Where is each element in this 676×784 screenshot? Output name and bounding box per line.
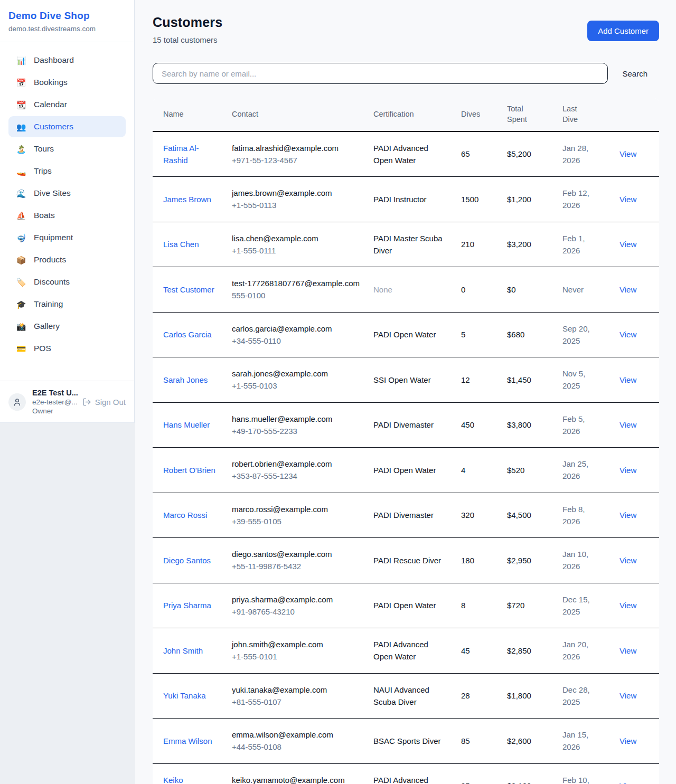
view-link[interactable]: View bbox=[619, 330, 636, 339]
customer-name-link[interactable]: Keiko Yamamoto bbox=[163, 776, 201, 784]
table-header-row: Name Contact Certification Dives Total S… bbox=[153, 98, 659, 131]
certification: None bbox=[373, 285, 392, 294]
sidebar-item-tours[interactable]: 🏝️ Tours bbox=[8, 138, 126, 159]
last-dive-date: Nov 5, 2025 bbox=[562, 367, 604, 392]
customer-name-link[interactable]: Yuki Tanaka bbox=[163, 691, 206, 700]
table-row: James Brown james.brown@example.com +1-5… bbox=[153, 177, 659, 222]
customer-name-link[interactable]: Sarah Jones bbox=[163, 375, 208, 384]
view-link[interactable]: View bbox=[619, 420, 636, 429]
customer-name-link[interactable]: Lisa Chen bbox=[163, 240, 199, 249]
dives-count: 320 bbox=[461, 493, 507, 538]
customer-email: fatima.alrashid@example.com bbox=[232, 142, 361, 154]
dives-count: 85 bbox=[461, 719, 507, 764]
customer-email: james.brown@example.com bbox=[232, 187, 361, 199]
total-spent: $680 bbox=[507, 312, 562, 357]
equipment-icon: 🤿 bbox=[16, 234, 26, 242]
dives-count: 0 bbox=[461, 267, 507, 313]
customer-name-link[interactable]: Diego Santos bbox=[163, 556, 211, 565]
add-customer-button[interactable]: Add Customer bbox=[587, 21, 659, 41]
calendar-icon: 📆 bbox=[16, 101, 26, 109]
customer-phone: +1-555-0111 bbox=[232, 244, 361, 257]
table-row: Yuki Tanaka yuki.tanaka@example.com +81-… bbox=[153, 673, 659, 719]
view-link[interactable]: View bbox=[619, 375, 636, 384]
customers-table: Name Contact Certification Dives Total S… bbox=[153, 98, 659, 784]
view-link[interactable]: View bbox=[619, 285, 636, 294]
sidebar-item-label: Boats bbox=[34, 211, 55, 220]
customer-name-link[interactable]: Test Customer bbox=[163, 285, 214, 294]
sidebar-item-label: Products bbox=[34, 255, 66, 265]
sidebar-item-discounts[interactable]: 🏷️ Discounts bbox=[8, 271, 126, 292]
customer-name-link[interactable]: Fatima Al-Rashid bbox=[163, 144, 199, 165]
sidebar-item-customers[interactable]: 👥 Customers bbox=[8, 116, 126, 137]
table-row: Diego Santos diego.santos@example.com +5… bbox=[153, 538, 659, 583]
tours-icon: 🏝️ bbox=[16, 145, 26, 153]
search-button[interactable]: Search bbox=[608, 69, 659, 78]
sidebar-item-bookings[interactable]: 📅 Bookings bbox=[8, 72, 126, 93]
view-link[interactable]: View bbox=[619, 556, 636, 565]
last-dive-date: Feb 1, 2026 bbox=[562, 232, 604, 257]
sidebar-item-training[interactable]: 🎓 Training bbox=[8, 294, 126, 315]
customer-name-link[interactable]: Marco Rossi bbox=[163, 511, 207, 519]
customer-name-link[interactable]: Priya Sharma bbox=[163, 601, 211, 610]
customer-name-link[interactable]: James Brown bbox=[163, 195, 211, 204]
sidebar-item-label: Dashboard bbox=[34, 55, 74, 65]
view-link[interactable]: View bbox=[619, 149, 636, 158]
customer-name-link[interactable]: John Smith bbox=[163, 646, 203, 655]
col-header-contact: Contact bbox=[232, 98, 373, 131]
shop-title[interactable]: Demo Dive Shop bbox=[8, 10, 126, 22]
view-link[interactable]: View bbox=[619, 691, 636, 700]
sidebar-item-label: Tours bbox=[34, 144, 54, 154]
customer-name-link[interactable]: Hans Mueller bbox=[163, 420, 210, 429]
customer-name-link[interactable]: Carlos Garcia bbox=[163, 330, 212, 339]
certification: PADI Instructor bbox=[373, 195, 427, 204]
sidebar-item-products[interactable]: 📦 Products bbox=[8, 249, 126, 270]
sidebar-item-trips[interactable]: 🚤 Trips bbox=[8, 160, 126, 182]
sign-out-button[interactable]: Sign Out bbox=[82, 398, 126, 407]
customer-name-link[interactable]: Robert O'Brien bbox=[163, 466, 215, 475]
sidebar-item-dive-sites[interactable]: 🌊 Dive Sites bbox=[8, 183, 126, 204]
view-link[interactable]: View bbox=[619, 781, 636, 784]
sidebar-item-gallery[interactable]: 📸 Gallery bbox=[8, 316, 126, 337]
training-icon: 🎓 bbox=[16, 300, 26, 308]
customer-count: 15 total customers bbox=[153, 35, 222, 44]
customer-email: diego.santos@example.com bbox=[232, 548, 361, 560]
view-link[interactable]: View bbox=[619, 736, 636, 745]
customer-email: sarah.jones@example.com bbox=[232, 367, 361, 380]
total-spent: $1,450 bbox=[507, 357, 562, 403]
customer-phone: +81-555-0107 bbox=[232, 696, 361, 708]
customer-email: keiko.yamamoto@example.com bbox=[232, 774, 361, 784]
sidebar-item-label: POS bbox=[34, 344, 51, 353]
table-row: Lisa Chen lisa.chen@example.com +1-555-0… bbox=[153, 222, 659, 267]
customer-email: carlos.garcia@example.com bbox=[232, 323, 361, 335]
customer-phone: +49-170-555-2233 bbox=[232, 425, 361, 437]
view-link[interactable]: View bbox=[619, 240, 636, 249]
dashboard-icon: 📊 bbox=[16, 56, 26, 64]
customer-phone: +44-555-0108 bbox=[232, 741, 361, 753]
sidebar-item-equipment[interactable]: 🤿 Equipment bbox=[8, 227, 126, 248]
view-link[interactable]: View bbox=[619, 646, 636, 655]
sign-out-icon bbox=[82, 398, 91, 407]
page-title: Customers bbox=[153, 15, 222, 30]
sidebar-item-pos[interactable]: 💳 POS bbox=[8, 338, 126, 359]
last-dive-date: Jan 28, 2026 bbox=[562, 142, 604, 167]
table-row: Fatima Al-Rashid fatima.alrashid@example… bbox=[153, 131, 659, 177]
dives-count: 210 bbox=[461, 222, 507, 267]
view-link[interactable]: View bbox=[619, 601, 636, 610]
table-row: Emma Wilson emma.wilson@example.com +44-… bbox=[153, 719, 659, 764]
table-row: Marco Rossi marco.rossi@example.com +39-… bbox=[153, 493, 659, 538]
col-header-total-spent: Total Spent bbox=[507, 98, 562, 131]
search-input[interactable] bbox=[153, 63, 608, 84]
sidebar-item-boats[interactable]: ⛵ Boats bbox=[8, 205, 126, 226]
view-link[interactable]: View bbox=[619, 195, 636, 204]
view-link[interactable]: View bbox=[619, 466, 636, 475]
dives-count: 4 bbox=[461, 448, 507, 493]
view-link[interactable]: View bbox=[619, 511, 636, 519]
table-row: Carlos Garcia carlos.garcia@example.com … bbox=[153, 312, 659, 357]
customer-name-link[interactable]: Emma Wilson bbox=[163, 736, 212, 745]
certification: PADI Open Water bbox=[373, 601, 436, 610]
sidebar-item-calendar[interactable]: 📆 Calendar bbox=[8, 94, 126, 115]
pos-icon: 💳 bbox=[16, 345, 26, 353]
customer-email: hans.mueller@example.com bbox=[232, 413, 361, 425]
total-spent: $0 bbox=[507, 267, 562, 313]
sidebar-item-dashboard[interactable]: 📊 Dashboard bbox=[8, 50, 126, 71]
